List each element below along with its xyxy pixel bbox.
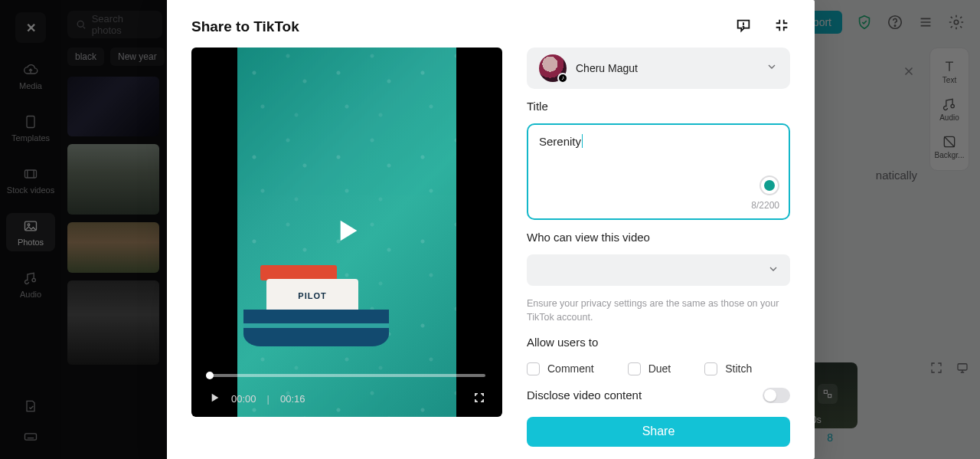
account-avatar: ♪ bbox=[539, 54, 567, 82]
allow-users-label: Allow users to bbox=[527, 336, 790, 349]
seek-bar[interactable] bbox=[208, 374, 485, 377]
chevron-down-icon bbox=[767, 263, 779, 278]
toggle-knob bbox=[764, 389, 776, 402]
allow-stitch-option[interactable]: Stitch bbox=[704, 362, 752, 375]
account-name: Cheru Magut bbox=[576, 62, 638, 74]
seek-handle[interactable] bbox=[206, 372, 214, 379]
svg-point-15 bbox=[743, 27, 743, 28]
allow-users-options: Comment Duet Stitch bbox=[527, 362, 790, 375]
minimize-icon[interactable] bbox=[773, 17, 790, 37]
disclose-toggle[interactable] bbox=[763, 388, 790, 403]
modal-body: PILOT 00:00 | 00:16 ♪ bbox=[167, 48, 815, 459]
title-value: Serenity bbox=[539, 135, 581, 148]
privacy-select[interactable] bbox=[527, 254, 790, 286]
total-time: 00:16 bbox=[280, 393, 305, 405]
title-textarea[interactable]: Serenity 8/2200 bbox=[527, 123, 790, 220]
fullscreen-video-icon[interactable] bbox=[473, 392, 485, 406]
modal-header: Share to TikTok bbox=[167, 0, 815, 48]
option-label: Comment bbox=[547, 362, 594, 375]
play-button[interactable] bbox=[332, 215, 362, 249]
option-label: Duet bbox=[648, 362, 671, 375]
video-controls: 00:00 | 00:16 bbox=[208, 392, 485, 406]
tiktok-badge-icon: ♪ bbox=[557, 73, 568, 84]
text-caret bbox=[582, 134, 583, 148]
allow-duet-option[interactable]: Duet bbox=[628, 362, 671, 375]
share-button-label: Share bbox=[642, 425, 675, 438]
grammarly-icon[interactable] bbox=[760, 175, 779, 195]
share-button[interactable]: Share bbox=[527, 417, 790, 447]
checkbox-icon[interactable] bbox=[704, 362, 717, 375]
share-form: ♪ Cheru Magut Title Serenity 8/2200 Who … bbox=[527, 48, 790, 447]
disclose-label: Disclose video content bbox=[527, 389, 642, 402]
title-label: Title bbox=[527, 100, 790, 113]
option-label: Stitch bbox=[725, 362, 752, 375]
boat-label: PILOT bbox=[266, 279, 358, 313]
modal-header-actions bbox=[735, 17, 790, 37]
time-separator: | bbox=[267, 393, 270, 405]
share-to-tiktok-modal: Share to TikTok PILOT 00: bbox=[167, 0, 815, 459]
current-time: 00:00 bbox=[231, 393, 256, 405]
account-selector[interactable]: ♪ Cheru Magut bbox=[527, 48, 790, 89]
allow-comment-option[interactable]: Comment bbox=[527, 362, 594, 375]
checkbox-icon[interactable] bbox=[527, 362, 540, 375]
feedback-icon[interactable] bbox=[735, 17, 752, 37]
disclose-row: Disclose video content bbox=[527, 388, 790, 403]
play-small-icon[interactable] bbox=[208, 392, 220, 406]
privacy-label: Who can view this video bbox=[527, 231, 790, 244]
boat-graphic: PILOT bbox=[243, 254, 389, 346]
character-count: 8/2200 bbox=[751, 200, 779, 211]
checkbox-icon[interactable] bbox=[628, 362, 641, 375]
modal-title: Share to TikTok bbox=[191, 18, 299, 35]
privacy-helper-text: Ensure your privacy settings are the sam… bbox=[527, 297, 790, 324]
chevron-down-icon bbox=[766, 61, 778, 76]
video-preview: PILOT 00:00 | 00:16 bbox=[191, 48, 502, 417]
